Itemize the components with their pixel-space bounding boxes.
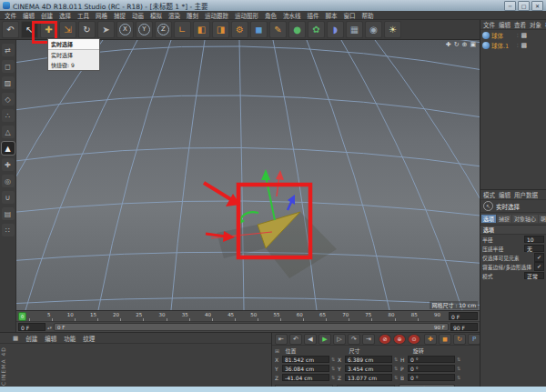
material-menu-item[interactable]: 纹理 (83, 334, 95, 343)
move-icon[interactable]: ✚ (40, 21, 57, 38)
menu-item[interactable]: 动画 (132, 11, 144, 20)
points-mode-icon[interactable]: ∴ (2, 109, 15, 122)
viewport-zoom-icon[interactable]: ⊕ (462, 41, 468, 48)
pressure-select[interactable]: 无 (524, 245, 544, 252)
render-view-icon[interactable]: ◧ (193, 21, 210, 38)
visible-only-checkbox[interactable]: ✓ (534, 253, 544, 262)
timeline-playhead[interactable]: 0 (18, 312, 26, 321)
size-input[interactable]: 3.454 cm (345, 365, 392, 372)
polygon-tag-icon[interactable]: ▩ (521, 42, 528, 49)
object-manager-menu-item[interactable]: 文件 (483, 20, 495, 29)
object-label[interactable]: 球体 (491, 31, 515, 40)
record-parameter-icon[interactable]: P (468, 334, 480, 345)
menu-item[interactable]: 运动跟踪 (205, 11, 228, 20)
object-label[interactable]: 球体.1 (491, 41, 515, 50)
tab-options[interactable]: 选项 (481, 215, 496, 223)
viewport-toggle-icon[interactable]: ▣ (470, 41, 476, 48)
primitive-cube-icon[interactable]: ◼ (250, 21, 268, 38)
menu-item[interactable]: 模拟 (150, 11, 162, 20)
y-axis-lock-icon[interactable]: Y (136, 21, 153, 38)
model-mode-icon[interactable]: ◻ (2, 60, 15, 73)
tolerant-checkbox[interactable]: ✓ (534, 262, 544, 271)
rotation-input[interactable]: 0 ° (408, 365, 455, 372)
range-end-field[interactable]: 90 F (450, 323, 478, 331)
y-axis-arrow[interactable] (261, 169, 270, 180)
workplane-lock-icon[interactable]: ▤ (2, 207, 15, 220)
camera-icon[interactable]: ◉ (365, 21, 382, 38)
play-icon[interactable]: ▶ (318, 334, 331, 345)
close-button[interactable]: ✕ (531, 1, 543, 11)
current-frame-field[interactable]: 0 F (449, 312, 478, 320)
viewport-pan-icon[interactable]: ✚ (446, 41, 451, 48)
tab-snap[interactable]: 捕捉 (497, 215, 511, 223)
goto-start-icon[interactable]: ⇤ (275, 334, 288, 345)
edges-mode-icon[interactable]: △ (2, 126, 15, 138)
render-settings-icon[interactable]: ⚙ (231, 21, 248, 38)
texture-mode-icon[interactable]: ▨ (2, 76, 15, 89)
menu-item[interactable]: 文件 (5, 11, 16, 20)
next-frame-icon[interactable]: ▷ (333, 334, 346, 345)
prev-frame-icon[interactable]: ◀ (304, 334, 317, 345)
record-scale-icon[interactable]: ◼ (439, 334, 451, 345)
material-menu-item[interactable]: 编辑 (45, 334, 56, 343)
record-rotation-icon[interactable]: ↻ (453, 334, 466, 345)
object-manager-menu-item[interactable]: 对象 (530, 20, 541, 29)
record-keyframe-icon[interactable]: ⊘ (379, 334, 391, 345)
timeline-ruler[interactable]: 0 51015202530354045505560657075808590 0 … (16, 310, 480, 321)
coordinate-system-icon[interactable]: ∟ (174, 21, 191, 38)
x-axis-lock-icon[interactable]: X (116, 21, 134, 38)
x-axis-arrow[interactable] (276, 170, 284, 180)
range-start-field[interactable]: 0 F (18, 323, 46, 331)
menu-item[interactable]: 角色 (265, 11, 277, 20)
position-input[interactable]: 81.542 cm (282, 356, 329, 363)
range-stepper[interactable]: ▴▾ (47, 326, 52, 329)
deformer-icon[interactable]: ◗ (327, 21, 344, 38)
object-manager-menu-item[interactable]: 查看 (514, 20, 526, 29)
menu-item[interactable]: 创建 (41, 11, 53, 20)
last-tool-icon[interactable]: ➤ (97, 21, 115, 38)
subdivision-surface-icon[interactable]: ● (288, 21, 306, 38)
tooltip-line[interactable]: 实时选择 (48, 50, 99, 60)
radius-input[interactable]: 10 (524, 236, 544, 243)
object-manager-menu-item[interactable]: 编辑 (499, 20, 511, 29)
autokey-icon[interactable]: ⊕ (393, 334, 406, 345)
menu-item[interactable]: 流水线 (283, 11, 301, 20)
attribute-manager-menu-item[interactable]: 用户数据 (514, 190, 538, 199)
menu-item[interactable]: 渲染 (168, 11, 180, 20)
menu-item[interactable]: 工具 (77, 11, 89, 20)
menu-item[interactable]: 捕捉 (114, 11, 126, 20)
undo-icon[interactable]: ↶ (2, 21, 19, 38)
object-row-sphere-1[interactable]: 球体.1 ∶ ▩ (480, 40, 546, 50)
spline-pen-icon[interactable]: ✎ (269, 21, 287, 38)
rotation-input[interactable]: 0 ° (408, 356, 455, 363)
size-input[interactable]: 6.389 cm (345, 356, 392, 363)
make-editable-icon[interactable]: ⇄ (2, 44, 15, 56)
title-bar[interactable]: CINEMA 4D R18.011 Studio (RC - R18) - [未… (0, 0, 546, 11)
menu-item[interactable]: 网格 (96, 11, 107, 20)
menu-item[interactable]: 帮助 (362, 11, 374, 20)
solo-mode-icon[interactable]: ◎ (2, 175, 15, 187)
enable-axis-icon[interactable]: ✚ (2, 158, 15, 171)
material-menu-item[interactable]: 功能 (64, 334, 76, 343)
record-position-icon[interactable]: ✚ (424, 334, 437, 345)
scale-icon[interactable]: ⇲ (59, 21, 76, 38)
polygon-tag-icon[interactable]: ▩ (521, 32, 528, 39)
viewport-3d[interactable]: ✚↻⊕▣ 网格尺寸 : 10 cm (16, 40, 480, 310)
visibility-dots-icon[interactable]: ∶ (517, 32, 520, 38)
position-input[interactable]: 36.084 cm (282, 365, 329, 372)
quantize-icon[interactable]: ∷ (2, 224, 15, 236)
floor-icon[interactable]: ▦ (346, 21, 363, 38)
keyframe-selection-icon[interactable]: ⊙ (408, 334, 420, 345)
menu-item[interactable]: 编辑 (23, 11, 35, 20)
prev-key-icon[interactable]: ↶ (289, 334, 302, 345)
polygons-mode-icon[interactable]: ▲ (2, 142, 15, 155)
live-selection-icon[interactable]: ↖ (21, 21, 38, 38)
workplane-mode-icon[interactable]: ◇ (2, 93, 15, 106)
menu-item[interactable]: 选择 (59, 11, 71, 20)
enable-snap-icon[interactable]: ∪ (2, 191, 15, 204)
attribute-manager-menu-item[interactable]: 模式 (483, 190, 495, 199)
menu-item[interactable]: 窗口 (344, 11, 356, 20)
attribute-manager-menu-item[interactable]: 编辑 (499, 190, 511, 199)
menu-item[interactable]: 雕刻 (187, 11, 198, 20)
tab-modeling-axis[interactable]: 对象轴心 (512, 215, 538, 223)
